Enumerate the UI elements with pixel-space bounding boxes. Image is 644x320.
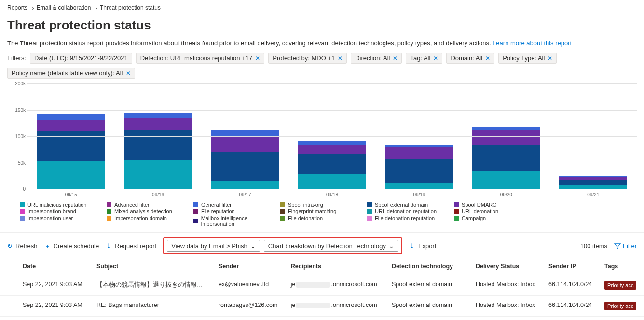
- close-icon[interactable]: ✕: [485, 56, 490, 61]
- learn-more-link[interactable]: Learn more about this report: [493, 40, 572, 47]
- legend-item[interactable]: Impersonation domain: [107, 215, 193, 222]
- col-sender-ip[interactable]: Sender IP: [544, 258, 600, 275]
- legend-label: File detonation reputation: [375, 215, 435, 221]
- close-icon[interactable]: ✕: [255, 56, 260, 61]
- filter-button[interactable]: Filter: [614, 242, 637, 250]
- view-data-dropdown[interactable]: View data by Email > Phish ⌄: [167, 240, 260, 252]
- legend-item[interactable]: Spoof intra-org: [280, 201, 367, 208]
- legend-item[interactable]: Spoof DMARC: [454, 201, 541, 208]
- cell-subject: 普通に日常会話をするだけでもいい…: [92, 317, 214, 320]
- close-icon[interactable]: ✕: [126, 70, 131, 76]
- table-row[interactable]: Sep 22, 2021 9:03 AM【本物の競馬情報】選り抜きの情報…ex@…: [0, 275, 644, 296]
- cell-delivery: Hosted Mailbox: Inbox: [471, 275, 544, 296]
- legend-label: File reputation: [201, 209, 235, 214]
- legend-swatch: [280, 202, 285, 207]
- legend-item[interactable]: File detonation reputation: [367, 215, 454, 222]
- export-button[interactable]: ⭳ Export: [409, 242, 437, 250]
- bar-segment: [472, 130, 540, 145]
- filter-pill-label: Policy Type: All: [503, 55, 545, 62]
- col-subject[interactable]: Subject: [92, 258, 214, 275]
- legend-label: File detonation: [288, 215, 323, 221]
- legend-swatch: [193, 219, 198, 223]
- legend-item[interactable]: Impersonation user: [20, 215, 107, 222]
- legend-item[interactable]: Fingerprint matching: [280, 208, 367, 215]
- close-icon[interactable]: ✕: [433, 56, 438, 61]
- request-report-label: Request report: [115, 242, 156, 250]
- legend-label: Fingerprint matching: [288, 209, 336, 214]
- legend-item[interactable]: URL detonation: [454, 208, 541, 215]
- download-icon: ⭳: [409, 242, 415, 250]
- legend-item[interactable]: URL malicious reputation: [20, 201, 107, 208]
- bar-segment: [472, 171, 540, 189]
- col-recipients[interactable]: Recipients: [286, 258, 387, 275]
- legend-item[interactable]: Spoof external domain: [367, 201, 454, 208]
- legend-item[interactable]: Mixed analysis detection: [107, 208, 193, 215]
- legend-swatch: [20, 216, 25, 221]
- cell-subject: 【本物の競馬情報】選り抜きの情報…: [92, 275, 214, 296]
- legend-swatch: [193, 202, 198, 207]
- download-icon: ⭳: [106, 242, 112, 250]
- table-body: Sep 22, 2021 9:03 AM【本物の競馬情報】選り抜きの情報…ex@…: [0, 275, 644, 320]
- col-detection[interactable]: Detection technology: [387, 258, 471, 275]
- filter-pill-date-utc[interactable]: Date (UTC): 9/15/2021-9/22/2021: [30, 53, 132, 64]
- refresh-button[interactable]: ↻ Refresh: [7, 242, 38, 250]
- filter-pill-protected-by[interactable]: Protected by: MDO +1✕: [268, 53, 347, 64]
- bar-segment: [472, 145, 540, 172]
- bar-segment: [37, 114, 105, 120]
- chart-breakdown-dropdown[interactable]: Chart breakdown by Detection Technology …: [264, 240, 398, 252]
- request-report-button[interactable]: ⭳ Request report: [106, 242, 156, 250]
- col-sender[interactable]: Sender: [214, 258, 286, 275]
- filter-pill-label: Domain: All: [451, 55, 482, 62]
- cell-detection: URL detonation reputation: [387, 317, 471, 320]
- filter-pill-domain[interactable]: Domain: All✕: [446, 53, 494, 64]
- legend-swatch: [367, 216, 372, 221]
- legend-item[interactable]: Advanced filter: [107, 201, 193, 208]
- legend-item[interactable]: File reputation: [193, 208, 280, 215]
- breadcrumb-item[interactable]: Email & collaboration: [37, 4, 91, 11]
- cell-sender-ip: 66.114.104.0/24: [544, 317, 600, 320]
- legend-item[interactable]: Mailbox intelligence impersonation: [193, 215, 280, 227]
- filter-pill-policy-type[interactable]: Policy Type: All✕: [498, 53, 557, 64]
- legend-item[interactable]: Impersonation brand: [20, 208, 107, 215]
- filter-pill-tag[interactable]: Tag: All✕: [406, 53, 442, 64]
- close-icon[interactable]: ✕: [338, 56, 343, 61]
- col-tags[interactable]: Tags: [600, 258, 644, 275]
- filter-pill-direction[interactable]: Direction: All✕: [351, 53, 402, 64]
- create-schedule-button[interactable]: ＋ Create schedule: [44, 242, 99, 250]
- legend-label: Spoof intra-org: [288, 202, 323, 208]
- close-icon[interactable]: ✕: [393, 56, 397, 61]
- page-title: Threat protection status: [0, 13, 644, 40]
- filter-pill-label: Protected by: MDO +1: [273, 55, 335, 62]
- refresh-label: Refresh: [15, 242, 38, 250]
- close-icon[interactable]: ✕: [548, 56, 552, 61]
- table-row[interactable]: Sep 22, 2021 9:03 AMRE: Bags manufacture…: [0, 296, 644, 317]
- chevron-right-icon: ›: [32, 5, 34, 12]
- legend-item[interactable]: URL detonation reputation: [367, 208, 454, 215]
- table-row[interactable]: Sep 22, 2021 9:03 AM普通に日常会話をするだけでもいい…ret…: [0, 317, 644, 320]
- cell-detection: Spoof external domain: [387, 296, 471, 317]
- bar-segment: [298, 174, 366, 189]
- legend-swatch: [454, 216, 459, 221]
- legend-swatch: [107, 202, 111, 207]
- bar-segment: [211, 152, 279, 181]
- cell-date: Sep 22, 2021 9:03 AM: [0, 317, 92, 320]
- col-date[interactable]: Date: [0, 258, 92, 275]
- filter-pill-detection[interactable]: Detection: URL malicious reputation +17✕: [136, 53, 265, 64]
- chart-breakdown-label: Chart breakdown by Detection Technology: [268, 242, 386, 250]
- bar-segment: [124, 118, 192, 130]
- redacted-text: [296, 303, 330, 308]
- col-delivery[interactable]: Delivery Status: [471, 258, 544, 275]
- filter-pill-label: Direction: All: [355, 55, 390, 62]
- legend-label: Spoof external domain: [375, 202, 428, 208]
- breadcrumb: Reports › Email & collaboration › Threat…: [0, 0, 644, 13]
- legend-swatch: [367, 209, 372, 214]
- bar-segment: [298, 145, 366, 155]
- legend-item[interactable]: General filter: [193, 201, 280, 208]
- filter-pill-policy-name[interactable]: Policy name (details table view only): A…: [7, 68, 135, 79]
- legend-item[interactable]: Campaign: [454, 215, 541, 222]
- legend-swatch: [193, 209, 198, 214]
- chevron-down-icon: ⌄: [250, 242, 256, 250]
- legend-item[interactable]: File detonation: [280, 215, 367, 222]
- details-table: Date Subject Sender Recipients Detection…: [0, 258, 644, 320]
- breadcrumb-item[interactable]: Reports: [7, 4, 27, 11]
